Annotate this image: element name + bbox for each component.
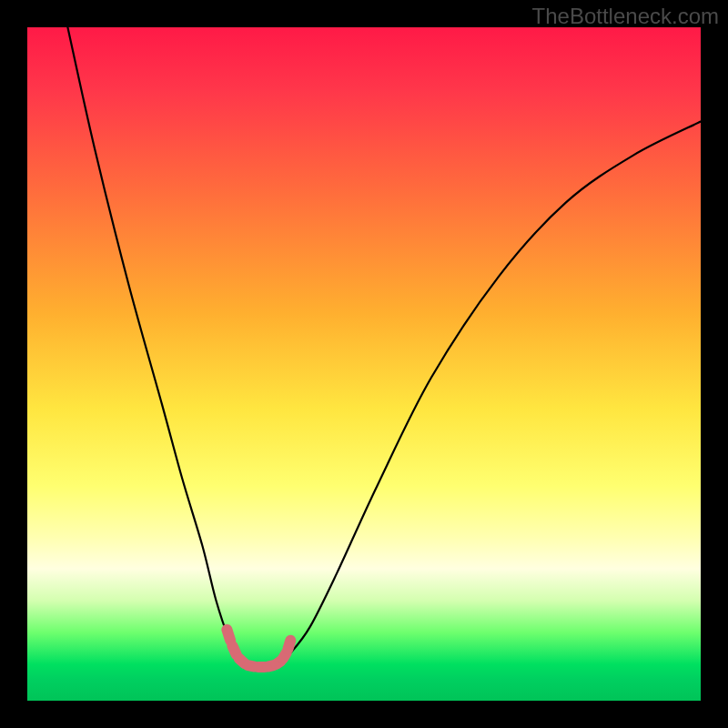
watermark-text: TheBottleneck.com bbox=[532, 4, 719, 29]
gradient-background bbox=[27, 27, 701, 664]
chart-frame: TheBottleneck.com bbox=[0, 0, 728, 728]
green-bottom-strip bbox=[27, 664, 701, 701]
plot-area bbox=[27, 27, 701, 701]
